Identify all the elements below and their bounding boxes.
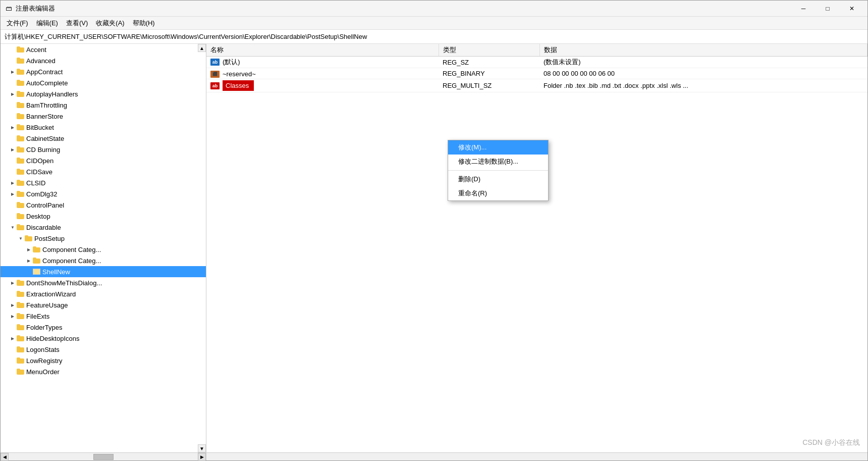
tree-item-component2[interactable]: ▶ Component Categ... (1, 255, 206, 266)
expand-icon (9, 112, 17, 120)
folder-icon (17, 102, 24, 108)
tree-item-cidopen[interactable]: CIDOpen (1, 155, 206, 166)
expand-icon (9, 290, 17, 298)
title-bar: 🗃 注册表编辑器 ─ □ ✕ (1, 1, 867, 17)
registry-editor-window: 🗃 注册表编辑器 ─ □ ✕ 文件(F) 编辑(E) 查看(V) 收藏夹(A) … (0, 0, 868, 461)
row-data: Folder .nb .tex .bib .md .txt .docx .ppt… (539, 79, 867, 92)
context-menu-rename[interactable]: 重命名(R) (448, 186, 548, 200)
folder-icon (17, 191, 24, 197)
tree-item-lowregistry[interactable]: LowRegistry (1, 355, 206, 366)
expand-icon: ▼ (9, 223, 17, 231)
tree-label: ControlPanel (26, 201, 64, 209)
scroll-up-arrow[interactable]: ▲ (198, 44, 206, 52)
tree-item-bitbucket[interactable]: ▶ BitBucket (1, 122, 206, 133)
expand-icon (9, 368, 17, 376)
tree-item-logonstats[interactable]: LogonStats (1, 344, 206, 355)
folder-icon (17, 224, 24, 230)
tree-item-component1[interactable]: ▶ Component Categ... (1, 244, 206, 255)
expand-icon: ▶ (9, 312, 17, 320)
tree-item-foldertypes[interactable]: FolderTypes (1, 322, 206, 333)
table-row[interactable]: ⬛ ~reserved~ REG_BINARY 08 00 00 00 00 0… (206, 68, 867, 79)
tree-label: BitBucket (26, 124, 54, 131)
tree-label: HideDesktopIcons (26, 335, 80, 342)
expand-icon (9, 168, 17, 176)
tree-label: ShellNew (42, 268, 70, 276)
col-type: 类型 (439, 44, 539, 57)
tree-label: CIDOpen (26, 157, 53, 165)
tree-label: BamThrottling (26, 101, 67, 109)
tree-item-menuorder[interactable]: MenuOrder (1, 366, 206, 377)
tree-item-autoplay[interactable]: ▶ AutoplayHandlers (1, 88, 206, 99)
tree-item-postsetup[interactable]: ▼ PostSetup (1, 233, 206, 244)
tree-label: AutoComplete (26, 79, 68, 87)
tree-label: LowRegistry (26, 357, 63, 365)
tree-label: DontShowMeThisDialog... (26, 279, 102, 287)
scroll-right-btn[interactable]: ▶ (198, 453, 206, 461)
folder-icon (17, 91, 24, 97)
tree-scroll-bar[interactable]: ◀ ▶ (1, 453, 206, 460)
folder-icon (17, 46, 24, 53)
tree-label: FolderTypes (26, 324, 63, 331)
scroll-down-arrow[interactable]: ▼ (198, 444, 206, 452)
tree-item-accent[interactable]: Accent (1, 44, 206, 55)
ab-icon: ab (210, 59, 220, 66)
tree-item-desktop[interactable]: Desktop (1, 211, 206, 222)
minimize-button[interactable]: ─ (792, 1, 815, 17)
folder-icon (17, 202, 24, 208)
tree-item-clsid[interactable]: ▶ CLSID (1, 177, 206, 188)
folder-icon (17, 135, 24, 141)
tree-label: Desktop (26, 213, 50, 220)
scroll-thumb[interactable] (93, 454, 114, 460)
tree-label: MenuOrder (26, 368, 60, 376)
tree-item-controlpanel[interactable]: ControlPanel (1, 199, 206, 211)
tree-item-cdburning[interactable]: ▶ CD Burning (1, 144, 206, 155)
context-menu-modify[interactable]: 修改(M)... (448, 140, 548, 155)
menu-view[interactable]: 查看(V) (62, 18, 92, 29)
tree-item-hidedesktop[interactable]: ▶ HideDesktopIcons (1, 333, 206, 344)
scroll-left-btn[interactable]: ◀ (1, 453, 9, 461)
tree-label: Component Categ... (42, 246, 101, 253)
menu-favorites[interactable]: 收藏夹(A) (92, 18, 128, 29)
tree-label: BannerStore (26, 113, 63, 120)
menu-edit[interactable]: 编辑(E) (32, 18, 62, 29)
tree-item-advanced[interactable]: Advanced (1, 55, 206, 66)
registry-table: 名称 类型 数据 ab (默认) REG_SZ (206, 44, 867, 92)
expand-icon: ▶ (25, 257, 33, 265)
expand-icon (25, 268, 33, 276)
tree-item-cidsave[interactable]: CIDSave (1, 166, 206, 177)
tree-pane[interactable]: Accent Advanced ▶ AppContract AutoComple… (1, 44, 206, 452)
tree-item-featureusage[interactable]: ▶ FeatureUsage (1, 299, 206, 311)
context-menu-modify-binary[interactable]: 修改二进制数据(B)... (448, 155, 548, 169)
table-row[interactable]: ab (默认) REG_SZ (数值未设置) (206, 57, 867, 68)
tree-item-appcontract[interactable]: ▶ AppContract (1, 66, 206, 77)
horizontal-scrollbar-area: ◀ ▶ (1, 452, 867, 460)
tree-item-autocomplete[interactable]: AutoComplete (1, 77, 206, 88)
tree-item-discardable[interactable]: ▼ Discardable (1, 222, 206, 233)
expand-icon: ▶ (9, 334, 17, 342)
tree-label: ComDlg32 (26, 190, 57, 198)
expand-icon: ▶ (9, 301, 17, 309)
tree-item-fileexts[interactable]: ▶ FileExts (1, 311, 206, 322)
tree-label: LogonStats (26, 346, 60, 353)
tree-item-extraction[interactable]: ExtractionWizard (1, 288, 206, 299)
context-menu-delete[interactable]: 删除(D) (448, 172, 548, 186)
tree-item-comdlg32[interactable]: ▶ ComDlg32 (1, 188, 206, 199)
maximize-button[interactable]: □ (816, 1, 839, 17)
tree-item-cabinetstate[interactable]: CabinetState (1, 133, 206, 144)
menu-help[interactable]: 帮助(H) (129, 18, 159, 29)
tree-label: CIDSave (26, 168, 52, 176)
tree-item-dontshow[interactable]: ▶ DontShowMeThisDialog... (1, 277, 206, 288)
tree-item-shellnew[interactable]: ShellNew (1, 266, 206, 277)
tree-item-bannerstore[interactable]: BannerStore (1, 111, 206, 122)
folder-icon (17, 124, 24, 130)
folder-icon (17, 58, 24, 64)
expand-icon: ▶ (9, 145, 17, 153)
row-data: 08 00 00 00 00 00 06 00 (539, 68, 867, 79)
tree-item-bamthrottling[interactable]: BamThrottling (1, 99, 206, 111)
row-type: REG_SZ (439, 57, 539, 68)
expand-icon (9, 45, 17, 54)
menu-file[interactable]: 文件(F) (3, 18, 32, 29)
table-row-classes[interactable]: ab Classes REG_MULTI_SZ Folder .nb .tex … (206, 79, 867, 92)
expand-icon (9, 134, 17, 142)
close-button[interactable]: ✕ (840, 1, 863, 17)
